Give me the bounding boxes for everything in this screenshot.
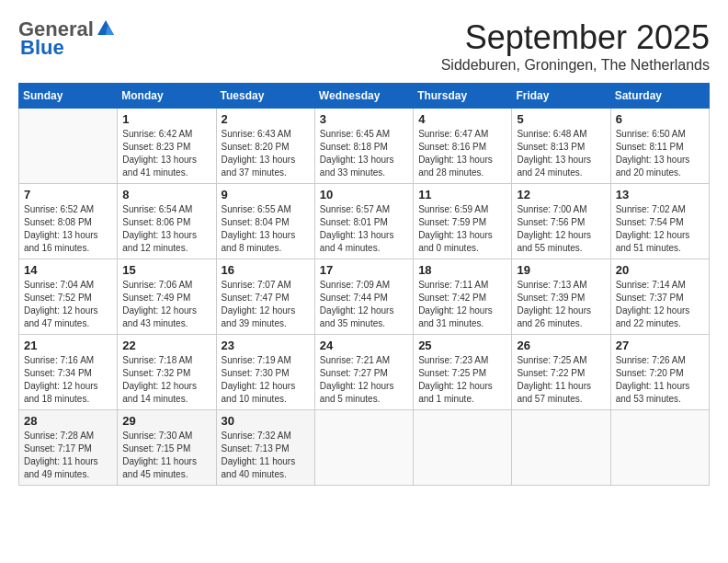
weekday-header-thursday: Thursday [414,84,512,109]
day-number: 19 [517,263,605,277]
logo-icon [96,18,116,39]
weekday-header-wednesday: Wednesday [314,84,413,109]
calendar-cell [314,410,413,486]
day-info: Sunrise: 7:19 AM Sunset: 7:30 PM Dayligh… [222,354,310,406]
calendar-cell: 1Sunrise: 6:42 AM Sunset: 8:23 PM Daylig… [118,109,216,184]
calendar-cell: 10Sunrise: 6:57 AM Sunset: 8:01 PM Dayli… [314,184,413,259]
day-info: Sunrise: 6:55 AM Sunset: 8:04 PM Dayligh… [222,203,310,255]
calendar-cell: 26Sunrise: 7:25 AM Sunset: 7:22 PM Dayli… [512,335,610,410]
day-info: Sunrise: 7:32 AM Sunset: 7:13 PM Dayligh… [222,430,310,481]
day-info: Sunrise: 6:43 AM Sunset: 8:20 PM Dayligh… [222,128,310,179]
title-area: September 2025 Siddeburen, Groningen, Th… [441,18,710,74]
calendar-cell: 6Sunrise: 6:50 AM Sunset: 8:11 PM Daylig… [610,109,709,184]
calendar-cell [19,109,118,184]
day-info: Sunrise: 7:06 AM Sunset: 7:49 PM Dayligh… [122,279,210,330]
calendar-cell: 22Sunrise: 7:18 AM Sunset: 7:32 PM Dayli… [118,335,216,410]
calendar-cell: 30Sunrise: 7:32 AM Sunset: 7:13 PM Dayli… [216,410,314,486]
calendar-cell [610,410,709,486]
calendar-cell: 16Sunrise: 7:07 AM Sunset: 7:47 PM Dayli… [216,259,314,335]
calendar-cell: 9Sunrise: 6:55 AM Sunset: 8:04 PM Daylig… [216,184,314,259]
day-info: Sunrise: 6:50 AM Sunset: 8:11 PM Dayligh… [616,128,704,179]
day-number: 21 [24,339,112,352]
day-number: 10 [320,188,408,201]
day-info: Sunrise: 7:25 AM Sunset: 7:22 PM Dayligh… [517,354,605,406]
logo: General Blue [18,18,116,59]
calendar-week-2: 7Sunrise: 6:52 AM Sunset: 8:08 PM Daylig… [19,184,710,259]
day-number: 12 [517,188,605,201]
day-info: Sunrise: 7:30 AM Sunset: 7:15 PM Dayligh… [122,430,210,481]
day-number: 7 [24,188,112,201]
calendar-cell [414,410,512,486]
calendar-cell: 27Sunrise: 7:26 AM Sunset: 7:20 PM Dayli… [610,335,709,410]
calendar-cell: 21Sunrise: 7:16 AM Sunset: 7:34 PM Dayli… [19,335,118,410]
calendar-cell: 15Sunrise: 7:06 AM Sunset: 7:49 PM Dayli… [118,259,216,335]
day-number: 5 [517,112,605,126]
day-number: 6 [616,112,704,126]
day-info: Sunrise: 7:18 AM Sunset: 7:32 PM Dayligh… [122,354,210,406]
day-number: 11 [418,188,506,201]
day-info: Sunrise: 7:00 AM Sunset: 7:56 PM Dayligh… [517,203,605,255]
calendar-cell: 4Sunrise: 6:47 AM Sunset: 8:16 PM Daylig… [414,109,512,184]
day-info: Sunrise: 7:07 AM Sunset: 7:47 PM Dayligh… [222,279,310,330]
calendar-week-4: 21Sunrise: 7:16 AM Sunset: 7:34 PM Dayli… [19,335,710,410]
day-number: 14 [24,263,112,277]
location: Siddeburen, Groningen, The Netherlands [441,57,710,74]
day-number: 4 [418,112,506,126]
calendar-cell: 29Sunrise: 7:30 AM Sunset: 7:15 PM Dayli… [118,410,216,486]
day-number: 26 [517,339,605,352]
day-number: 29 [122,414,210,428]
day-info: Sunrise: 7:04 AM Sunset: 7:52 PM Dayligh… [24,279,112,330]
day-info: Sunrise: 6:52 AM Sunset: 8:08 PM Dayligh… [24,203,112,255]
day-info: Sunrise: 6:48 AM Sunset: 8:13 PM Dayligh… [517,128,605,179]
calendar-cell: 13Sunrise: 7:02 AM Sunset: 7:54 PM Dayli… [610,184,709,259]
calendar-cell: 24Sunrise: 7:21 AM Sunset: 7:27 PM Dayli… [314,335,413,410]
day-info: Sunrise: 7:14 AM Sunset: 7:37 PM Dayligh… [616,279,704,330]
weekday-header-monday: Monday [118,84,216,109]
day-info: Sunrise: 6:47 AM Sunset: 8:16 PM Dayligh… [418,128,506,179]
day-number: 3 [320,112,408,126]
day-number: 27 [616,339,704,352]
calendar-cell: 17Sunrise: 7:09 AM Sunset: 7:44 PM Dayli… [314,259,413,335]
day-info: Sunrise: 7:11 AM Sunset: 7:42 PM Dayligh… [418,279,506,330]
day-info: Sunrise: 6:54 AM Sunset: 8:06 PM Dayligh… [122,203,210,255]
weekday-header-friday: Friday [512,84,610,109]
calendar-week-3: 14Sunrise: 7:04 AM Sunset: 7:52 PM Dayli… [19,259,710,335]
month-year: September 2025 [441,18,710,57]
weekday-header-row: SundayMondayTuesdayWednesdayThursdayFrid… [19,84,710,109]
calendar-cell: 12Sunrise: 7:00 AM Sunset: 7:56 PM Dayli… [512,184,610,259]
day-number: 8 [122,188,210,201]
day-number: 18 [418,263,506,277]
day-info: Sunrise: 7:09 AM Sunset: 7:44 PM Dayligh… [320,279,408,330]
calendar-cell: 14Sunrise: 7:04 AM Sunset: 7:52 PM Dayli… [19,259,118,335]
calendar-cell: 19Sunrise: 7:13 AM Sunset: 7:39 PM Dayli… [512,259,610,335]
calendar-cell: 2Sunrise: 6:43 AM Sunset: 8:20 PM Daylig… [216,109,314,184]
calendar-cell: 8Sunrise: 6:54 AM Sunset: 8:06 PM Daylig… [118,184,216,259]
calendar-cell: 28Sunrise: 7:28 AM Sunset: 7:17 PM Dayli… [19,410,118,486]
calendar: SundayMondayTuesdayWednesdayThursdayFrid… [18,83,710,486]
day-info: Sunrise: 6:57 AM Sunset: 8:01 PM Dayligh… [320,203,408,255]
day-info: Sunrise: 6:45 AM Sunset: 8:18 PM Dayligh… [320,128,408,179]
day-number: 15 [122,263,210,277]
day-info: Sunrise: 7:26 AM Sunset: 7:20 PM Dayligh… [616,354,704,406]
day-info: Sunrise: 6:42 AM Sunset: 8:23 PM Dayligh… [122,128,210,179]
calendar-cell: 23Sunrise: 7:19 AM Sunset: 7:30 PM Dayli… [216,335,314,410]
calendar-cell: 25Sunrise: 7:23 AM Sunset: 7:25 PM Dayli… [414,335,512,410]
calendar-cell: 20Sunrise: 7:14 AM Sunset: 7:37 PM Dayli… [610,259,709,335]
calendar-week-5: 28Sunrise: 7:28 AM Sunset: 7:17 PM Dayli… [19,410,710,486]
calendar-cell [512,410,610,486]
day-number: 24 [320,339,408,352]
day-number: 16 [222,263,310,277]
calendar-cell: 18Sunrise: 7:11 AM Sunset: 7:42 PM Dayli… [414,259,512,335]
weekday-header-sunday: Sunday [19,84,118,109]
day-number: 20 [616,263,704,277]
day-info: Sunrise: 7:21 AM Sunset: 7:27 PM Dayligh… [320,354,408,406]
day-number: 13 [616,188,704,201]
day-number: 30 [222,414,310,428]
day-number: 23 [222,339,310,352]
calendar-week-1: 1Sunrise: 6:42 AM Sunset: 8:23 PM Daylig… [19,109,710,184]
weekday-header-saturday: Saturday [610,84,709,109]
calendar-cell: 11Sunrise: 6:59 AM Sunset: 7:59 PM Dayli… [414,184,512,259]
day-info: Sunrise: 7:02 AM Sunset: 7:54 PM Dayligh… [616,203,704,255]
calendar-cell: 5Sunrise: 6:48 AM Sunset: 8:13 PM Daylig… [512,109,610,184]
day-info: Sunrise: 7:16 AM Sunset: 7:34 PM Dayligh… [24,354,112,406]
